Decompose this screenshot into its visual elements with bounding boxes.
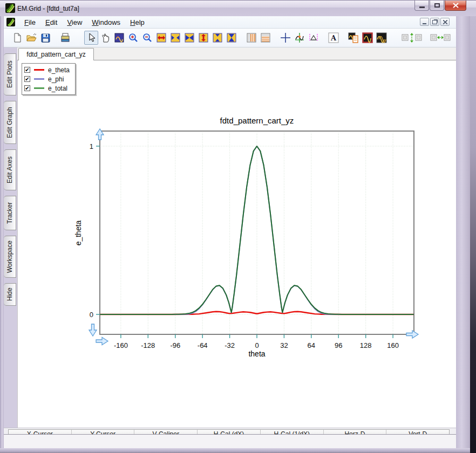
- e-total-checkbox[interactable]: ✔: [24, 85, 30, 91]
- sidebar-item-edit-axes[interactable]: Edit Axes: [4, 149, 16, 190]
- fit-view-icon: [114, 33, 124, 43]
- delta-caliper-button[interactable]: [307, 31, 321, 45]
- mdi-document-icon: [6, 18, 15, 26]
- menu-bar: File Edit View Windows Help: [4, 16, 456, 29]
- collapse-x-icon: [185, 33, 194, 43]
- expand-y-button[interactable]: [196, 31, 210, 45]
- status-strip: [4, 434, 456, 448]
- legend-label-e-total: e_total: [48, 85, 67, 92]
- svg-text:A: A: [330, 34, 337, 42]
- v-caliper-button[interactable]: [244, 31, 259, 45]
- sidebar-item-tracker[interactable]: Tracker: [4, 196, 16, 230]
- align-vertical-icon: [401, 32, 423, 43]
- y-axis-bottom-handle[interactable]: [89, 324, 97, 336]
- menu-view[interactable]: View: [62, 17, 87, 28]
- sidebar-item-workspace[interactable]: Workspace: [4, 236, 16, 278]
- tab-strip: fdtd_pattern_cart_yz: [17, 47, 456, 60]
- svg-text:64: 64: [308, 341, 315, 349]
- e-phi-line-sample: [34, 78, 44, 80]
- h-caliper-button[interactable]: [259, 31, 273, 45]
- x-axis-label: theta: [248, 349, 265, 358]
- svg-text:160: 160: [387, 341, 399, 349]
- e-total-line-sample: [34, 87, 44, 89]
- svg-text:0: 0: [90, 311, 93, 319]
- desktop-edge: [470, 16, 476, 453]
- window-maximize-button[interactable]: [430, 1, 444, 11]
- text-annotation-button[interactable]: A: [327, 31, 341, 45]
- pan-hand-icon: [101, 33, 110, 43]
- zoom-out-button[interactable]: [140, 31, 154, 45]
- plot-legend: ✔ e_theta ✔ e_phi ✔ e_total: [22, 63, 76, 95]
- zoom-out-icon: [142, 33, 152, 43]
- chart-gridlines: [100, 131, 414, 334]
- expand-x-button[interactable]: [154, 31, 168, 45]
- mdi-minimize-button[interactable]: [420, 18, 429, 26]
- sidebar-item-edit-graph[interactable]: Edit Graph: [4, 101, 16, 144]
- graph-with-legend-button[interactable]: [346, 31, 361, 45]
- e-phi-checkbox[interactable]: ✔: [24, 76, 30, 82]
- save-button[interactable]: [38, 31, 52, 45]
- align-vertical-button[interactable]: [400, 31, 423, 45]
- menu-file[interactable]: File: [19, 17, 40, 28]
- select-arrow-icon: [87, 33, 96, 43]
- svg-text:-64: -64: [198, 341, 208, 349]
- sidebar-item-edit-plots[interactable]: Edit Plots: [4, 53, 16, 95]
- expand-y-icon: [199, 33, 208, 43]
- fit-view-button[interactable]: [112, 31, 126, 45]
- zoom-in-icon: [128, 33, 138, 43]
- chart-ticks: [96, 146, 393, 338]
- open-file-button[interactable]: [24, 31, 38, 45]
- tab-fdtd-pattern-cart-yz[interactable]: fdtd_pattern_cart_yz: [18, 48, 94, 60]
- svg-text:-32: -32: [225, 341, 235, 349]
- tracker-button[interactable]: [293, 31, 307, 45]
- mdi-restore-button[interactable]: [430, 18, 439, 26]
- crosshair-button[interactable]: [278, 31, 293, 45]
- x-axis-right-handle[interactable]: [406, 331, 418, 338]
- collapse-y-button[interactable]: [225, 31, 239, 45]
- content-panel: fdtd_pattern_cart_yz ✔ e_theta ✔ e_phi: [17, 47, 456, 428]
- shrink-x-icon: [171, 33, 180, 43]
- svg-text:-160: -160: [114, 341, 128, 349]
- shrink-y-button[interactable]: [210, 31, 225, 45]
- svg-text:-96: -96: [170, 341, 180, 349]
- menu-help[interactable]: Help: [125, 17, 149, 28]
- menu-edit[interactable]: Edit: [40, 17, 62, 28]
- pan-tool-button[interactable]: [98, 31, 112, 45]
- sidebar: Edit Plots Edit Graph Edit Axes Tracker …: [4, 47, 17, 448]
- multi-graph-button[interactable]: [375, 31, 389, 45]
- window-close-button[interactable]: [445, 1, 466, 11]
- new-document-button[interactable]: [10, 31, 24, 45]
- mdi-restore-icon: [432, 20, 437, 24]
- legend-row-e-phi: ✔ e_phi: [24, 74, 70, 84]
- plot-frame: [100, 131, 414, 334]
- svg-text:32: 32: [280, 341, 288, 349]
- plot-area[interactable]: -160-128-96-64-32032649612816001 fdtd_pa…: [18, 60, 457, 414]
- toolbar: A: [4, 29, 456, 47]
- window-title: EM.Grid - [fdtd_tut7a]: [17, 5, 79, 12]
- title-bar: EM.Grid - [fdtd_tut7a]: [0, 0, 476, 16]
- y-axis-label: e_theta: [74, 220, 83, 245]
- window-minimize-button[interactable]: [414, 1, 429, 11]
- mdi-close-button[interactable]: [440, 18, 450, 26]
- menu-windows[interactable]: Windows: [87, 17, 125, 28]
- print-button[interactable]: [58, 31, 72, 45]
- print-icon: [60, 33, 70, 43]
- minimize-icon: [419, 6, 425, 8]
- v-caliper-icon: [247, 33, 256, 43]
- collapse-y-icon: [227, 33, 236, 43]
- x-axis-left-handle[interactable]: [96, 338, 108, 345]
- shrink-y-icon: [213, 33, 222, 43]
- legend-row-e-total: ✔ e_total: [24, 84, 70, 93]
- single-graph-button[interactable]: [361, 31, 375, 45]
- shrink-x-button[interactable]: [168, 31, 182, 45]
- collapse-x-button[interactable]: [182, 31, 196, 45]
- expand-x-icon: [157, 33, 166, 43]
- sidebar-item-hide[interactable]: Hide: [4, 283, 16, 306]
- e-theta-checkbox[interactable]: ✔: [24, 67, 30, 73]
- select-tool-button[interactable]: [84, 31, 98, 45]
- align-horizontal-button[interactable]: [429, 31, 452, 45]
- svg-text:96: 96: [335, 341, 342, 349]
- graph-with-legend-icon: [348, 32, 359, 43]
- zoom-in-button[interactable]: [126, 31, 140, 45]
- new-document-icon: [12, 33, 22, 43]
